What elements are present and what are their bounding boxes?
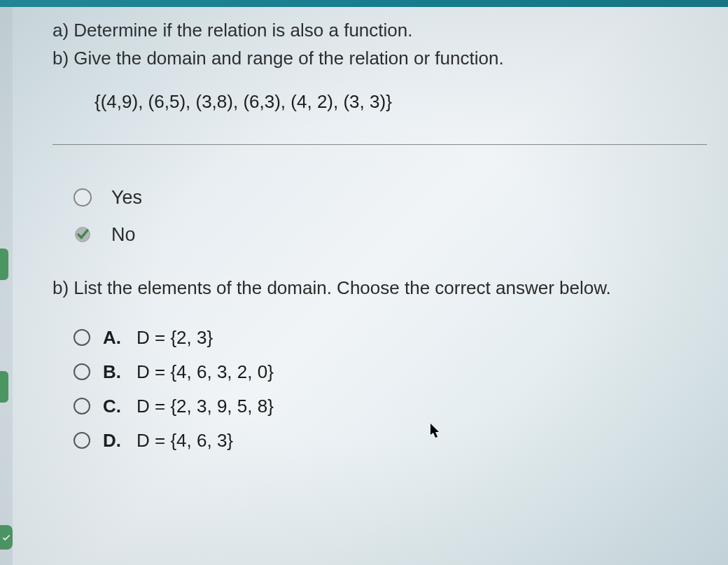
radio-icon [74, 363, 90, 380]
divider [52, 144, 707, 145]
part-a-options: Yes No [74, 187, 707, 246]
left-sidebar [0, 7, 13, 565]
window-top-border [0, 0, 728, 7]
option-no[interactable]: No [74, 224, 707, 246]
option-d[interactable]: D. D = {4, 6, 3} [74, 430, 707, 452]
option-c[interactable]: C. D = {2, 3, 9, 5, 8} [74, 396, 707, 417]
option-text: D = {2, 3, 9, 5, 8} [136, 396, 274, 417]
radio-icon [74, 329, 90, 346]
radio-icon [74, 432, 90, 449]
option-b[interactable]: B. D = {4, 6, 3, 2, 0} [74, 361, 707, 383]
option-letter: C. [103, 396, 124, 417]
question-content: a) Determine if the relation is also a f… [52, 18, 707, 464]
option-text: D = {4, 6, 3} [136, 430, 233, 452]
part-b-options: A. D = {2, 3} B. D = {4, 6, 3, 2, 0} C. … [74, 327, 707, 452]
option-letter: D. [103, 430, 124, 452]
option-letter: A. [103, 327, 124, 349]
question-part-a: a) Determine if the relation is also a f… [52, 18, 707, 43]
radio-checked-icon [74, 225, 92, 244]
radio-icon [74, 398, 90, 414]
option-yes[interactable]: Yes [74, 187, 707, 209]
question-part-b: b) Give the domain and range of the rela… [52, 46, 707, 71]
progress-indicator [0, 371, 8, 403]
progress-indicator [0, 249, 8, 280]
checkmark-indicator [0, 525, 13, 550]
part-b-prompt: b) List the elements of the domain. Choo… [52, 277, 707, 299]
option-letter: B. [103, 361, 124, 383]
option-label: Yes [111, 187, 142, 209]
option-text: D = {4, 6, 3, 2, 0} [136, 361, 274, 383]
cursor-icon [430, 424, 442, 443]
option-text: D = {2, 3} [136, 327, 213, 349]
radio-icon [74, 188, 92, 207]
relation-set: {(4,9), (6,5), (3,8), (6,3), (4, 2), (3,… [94, 91, 707, 113]
option-label: No [111, 224, 136, 246]
option-a[interactable]: A. D = {2, 3} [74, 327, 707, 349]
